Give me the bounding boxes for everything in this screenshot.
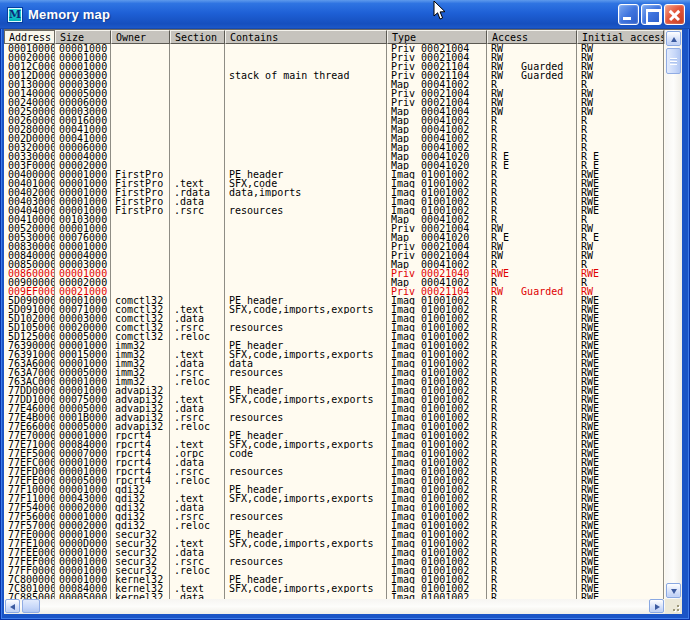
table-row[interactable]: 77E4B0000001B000advapi32.rsrcresourcesIm… (4, 413, 665, 422)
table-row[interactable]: 5D09100000071000comctl32.textSFX,code,im… (4, 305, 665, 314)
table-row[interactable]: 0084000000004000Priv 00021004RWRW (4, 251, 665, 260)
table-row[interactable]: 77DD000000001000advapi32PE headerImag 01… (4, 386, 665, 395)
table-row[interactable]: 0033000000004000Map 00041020R ER E (4, 152, 665, 161)
table-row[interactable]: 0040400000001000FirstPro.rsrcresourcesIm… (4, 206, 665, 215)
ac-cell: R (487, 476, 577, 485)
ac-cell: R (487, 584, 577, 593)
table-row[interactable]: 0025000000003000Map 00041004RWRW (4, 107, 665, 116)
horizontal-scrollbar-thumb[interactable] (22, 599, 40, 613)
table-row[interactable]: 5D12500000005000comctl32.relocImag 01001… (4, 332, 665, 341)
header-c[interactable]: Contains (225, 30, 387, 44)
scroll-up-button[interactable] (666, 31, 681, 46)
table-row[interactable]: 77FF000000001000secur32.relocImag 010010… (4, 566, 665, 575)
table-row[interactable]: 7C80100000084000kernel32.textSFX,code,im… (4, 584, 665, 593)
table-row[interactable]: 77FE10000000D000secur32.textSFX,code,imp… (4, 539, 665, 548)
table-row[interactable]: 0001000000001000Priv 00021004RWRW (4, 44, 665, 53)
header-o[interactable]: Owner (111, 30, 170, 44)
table-row[interactable]: 0040300000001000FirstPro.dataImag 010010… (4, 197, 665, 206)
table-row[interactable]: 77EFD00000001000rpcrt4.rsrcresourcesImag… (4, 467, 665, 476)
table-row[interactable]: 5D10500000020000comctl32.rsrcresourcesIm… (4, 323, 665, 332)
c-cell: resources (225, 323, 387, 332)
table-row[interactable]: 0002000000001000Priv 00021004RWRW (4, 53, 665, 62)
ia-cell: RWE (577, 521, 664, 530)
c-cell (225, 197, 387, 206)
ia-cell: R E (577, 233, 664, 242)
table-row[interactable]: 7639100000015000imm32.textSFX,code,impor… (4, 350, 665, 359)
table-row[interactable]: 0053000000076000Map 00041020R ER E (4, 233, 665, 242)
table-row[interactable]: 0014000000005000Priv 00021004RWRW (4, 89, 665, 98)
table-row[interactable]: 77EF500000007000rpcrt4.orpccodeImag 0100… (4, 449, 665, 458)
table-row[interactable]: 77DD100000075000advapi32.textSFX,code,im… (4, 395, 665, 404)
header-ac[interactable]: Access (487, 30, 577, 44)
table-row[interactable]: 77EFC00000001000rpcrt4.dataImag 01001002… (4, 458, 665, 467)
table-row[interactable]: 77F5600000001000gdi32.rsrcresourcesImag … (4, 512, 665, 521)
table-row[interactable]: 0052000000001000Priv 00021004RWRW (4, 224, 665, 233)
table-row[interactable]: 0026000000016000Map 00041002RR (4, 116, 665, 125)
table-row[interactable]: 5D09000000001000comctl32PE headerImag 01… (4, 296, 665, 305)
table-row[interactable]: 0012C00000001000Priv 00021104RW GuardedR… (4, 62, 665, 71)
table-row[interactable]: 77E7000000001000rpcrt4PE headerImag 0100… (4, 431, 665, 440)
scroll-left-button[interactable] (5, 599, 20, 613)
table-row[interactable]: 0012D00000003000stack of main threadPriv… (4, 71, 665, 80)
table-row[interactable]: 77F5400000002000gdi32.dataImag 01001002R… (4, 503, 665, 512)
table-row[interactable]: 7639000000001000imm32PE headerImag 01001… (4, 341, 665, 350)
ia-cell: R (577, 116, 664, 125)
table-row[interactable]: 77E4600000005000advapi32.dataImag 010010… (4, 404, 665, 413)
table-row[interactable]: 0040200000001000FirstPro.rdatadata,impor… (4, 188, 665, 197)
table-row[interactable]: 0083000000001000Priv 00021004RWRW (4, 242, 665, 251)
ia-cell: RWE (577, 170, 664, 179)
c-cell (225, 278, 387, 287)
table-row[interactable]: 0024000000006000Priv 00021004RWRW (4, 98, 665, 107)
table-row[interactable]: 77FEF00000001000secur32.rsrcresourcesIma… (4, 557, 665, 566)
table-row[interactable]: 763AC00000001000imm32.relocImag 01001002… (4, 377, 665, 386)
table-row[interactable]: 0013000000003000Map 00041002RR (4, 80, 665, 89)
table-row[interactable]: 77E6600000005000advapi32.relocImag 01001… (4, 422, 665, 431)
c-cell (225, 53, 387, 62)
table-row[interactable]: 0086000000001000Priv 00021040RWERWE (4, 269, 665, 278)
table-row[interactable]: 003F000000002000Map 00041020R ER E (4, 161, 665, 170)
arrow-up-icon (671, 37, 677, 42)
table-row[interactable]: 0032000000006000Map 00041002RR (4, 143, 665, 152)
header-s[interactable]: Size (55, 30, 111, 44)
table-row[interactable]: 763A600000001000imm32.datadataImag 01001… (4, 359, 665, 368)
table-row[interactable]: 0041000000103000Map 00041002RR (4, 215, 665, 224)
table-row[interactable]: 0090000000002000Map 00041002RR (4, 278, 665, 287)
maximize-button[interactable] (641, 4, 662, 25)
header-t[interactable]: Type (387, 30, 487, 44)
table-row[interactable]: 002D000000041000Map 00041002RR (4, 134, 665, 143)
sec-cell: .text (170, 440, 225, 449)
table-row[interactable]: 7C80000000001000kernel32PE headerImag 01… (4, 575, 665, 584)
header-a[interactable]: Address (4, 30, 55, 44)
table-row[interactable]: 77FEE00000001000secur32.dataImag 0100100… (4, 548, 665, 557)
table-row[interactable]: 77F1000000001000gdi32PE headerImag 01001… (4, 485, 665, 494)
t-cell: Imag 01001002 (387, 467, 487, 476)
ac-cell: R (487, 197, 577, 206)
ac-cell: R (487, 125, 577, 134)
close-button[interactable] (664, 4, 685, 25)
table-row[interactable]: 77E7100000084000rpcrt4.textSFX,code,impo… (4, 440, 665, 449)
table-row[interactable]: 763A700000005000imm32.rsrcresourcesImag … (4, 368, 665, 377)
table-row[interactable]: 0040100000001000FirstPro.textSFX,codeIma… (4, 179, 665, 188)
t-cell: Imag 01001002 (387, 170, 487, 179)
ia-cell: R (577, 80, 664, 89)
table-row[interactable]: 009EF00000021000Priv 00021104RW GuardedR… (4, 287, 665, 296)
vertical-scrollbar-thumb[interactable] (666, 48, 681, 74)
scroll-right-button[interactable] (649, 599, 664, 613)
resize-grip[interactable] (665, 599, 682, 614)
header-sec[interactable]: Section (170, 30, 225, 44)
vertical-scrollbar[interactable] (665, 30, 682, 599)
title-bar[interactable]: M Memory map (0, 0, 690, 29)
table-row[interactable]: 5D10200000003000comctl32.dataImag 010010… (4, 314, 665, 323)
scroll-down-button[interactable] (666, 583, 681, 598)
table-row[interactable]: 0040000000001000FirstProPE headerImag 01… (4, 170, 665, 179)
table-row[interactable]: 0085000000003000Map 00041002RR (4, 260, 665, 269)
minimize-button[interactable] (618, 4, 639, 25)
table-row[interactable]: 77F5700000002000gdi32.relocImag 01001002… (4, 521, 665, 530)
horizontal-scrollbar[interactable] (4, 599, 665, 614)
o-cell: comctl32 (111, 323, 170, 332)
table-row[interactable]: 77FE000000001000secur32PE headerImag 010… (4, 530, 665, 539)
table-row[interactable]: 0028000000041000Map 00041002RR (4, 125, 665, 134)
header-ia[interactable]: Initial access (577, 30, 664, 44)
table-row[interactable]: 77EFE00000005000rpcrt4.relocImag 0100100… (4, 476, 665, 485)
table-row[interactable]: 77F1100000043000gdi32.textSFX,code,impor… (4, 494, 665, 503)
